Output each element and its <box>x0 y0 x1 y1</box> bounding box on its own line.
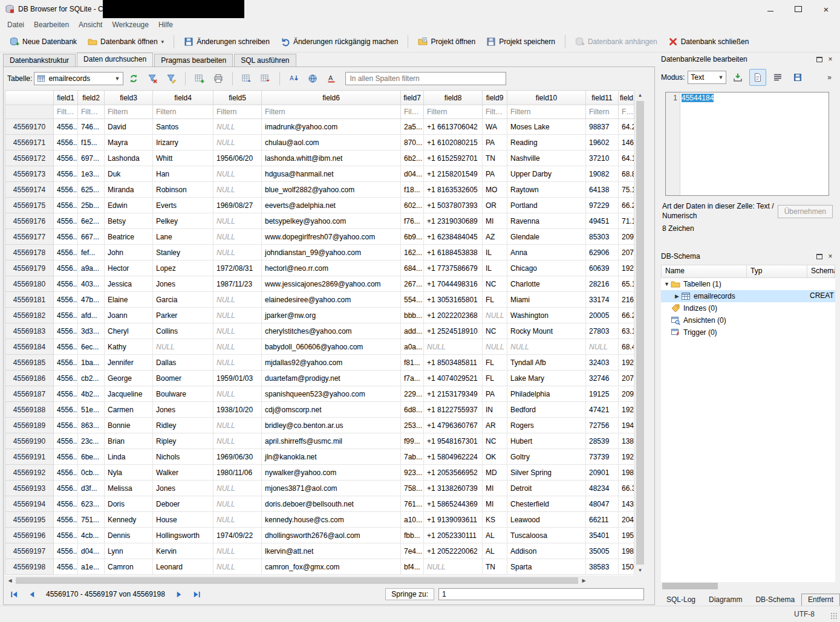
column-header-field7[interactable]: field7 <box>401 91 424 105</box>
grid-cell[interactable]: Edwin <box>105 198 153 213</box>
attach-database-button[interactable]: Datenbank anhängen <box>570 34 662 50</box>
grid-cell[interactable]: Jessica <box>105 276 153 292</box>
tab-datenbankstruktur[interactable]: Datenbankstruktur <box>3 54 76 66</box>
grid-cell[interactable]: 4556... <box>54 135 78 151</box>
grid-cell[interactable]: 4556... <box>54 339 78 355</box>
revert-changes-button[interactable]: Änderungen rückgängig machen <box>276 34 403 50</box>
grid-cell[interactable]: chulau@aol.com <box>262 135 401 151</box>
grid-cell[interactable]: duartefam@prodigy.net <box>262 371 401 386</box>
grid-cell[interactable]: Robinson <box>153 182 213 198</box>
grid-cell[interactable]: NULL <box>507 339 586 355</box>
grid-cell[interactable]: IL <box>483 261 507 276</box>
row-header[interactable]: 45569184 <box>5 339 54 355</box>
open-project-button[interactable]: Projekt öffnen <box>413 34 480 50</box>
scrollbar-thumb[interactable] <box>16 577 578 584</box>
grid-cell[interactable]: +1 2158201549 <box>424 166 483 182</box>
grid-corner[interactable] <box>5 91 54 105</box>
grid-cell[interactable]: MO <box>483 182 507 198</box>
grid-cell[interactable]: +1 2524518910 <box>424 323 483 339</box>
grid-cell[interactable]: Jones <box>153 481 213 496</box>
grid-cell[interactable]: 47b... <box>78 292 105 308</box>
grid-cell[interactable]: NULL <box>213 496 262 512</box>
grid-cell[interactable]: bridley@co.benton.ar.us <box>262 418 401 433</box>
grid-cell[interactable]: 64.1 <box>619 151 634 166</box>
grid-cell[interactable]: 0cb... <box>78 465 105 481</box>
dock-tab-entfernt[interactable]: Entfernt <box>801 594 840 606</box>
grid-cell[interactable]: Lynn <box>105 543 153 559</box>
grid-cell[interactable]: Hector <box>105 261 153 276</box>
next-record-button[interactable] <box>172 587 187 601</box>
grid-cell[interactable]: 66.2 <box>619 198 634 213</box>
row-header[interactable]: 45569185 <box>5 355 54 371</box>
grid-cell[interactable]: NULL <box>213 135 262 151</box>
grid-cell[interactable]: 66.3 <box>619 481 634 496</box>
grid-cell[interactable]: 150. <box>619 559 634 575</box>
column-header-field9[interactable]: field9 <box>483 91 507 105</box>
grid-cell[interactable]: PA <box>483 166 507 182</box>
grid-cell[interactable]: Garcia <box>153 292 213 308</box>
grid-cell[interactable]: FL <box>483 371 507 386</box>
grid-cell[interactable]: Collins <box>153 323 213 339</box>
print-button[interactable] <box>210 70 227 87</box>
dock-close-button[interactable]: × <box>825 54 836 64</box>
mode-select[interactable]: Text ▼ <box>688 71 726 84</box>
grid-cell[interactable]: Everts <box>153 198 213 213</box>
grid-cell[interactable]: Lopez <box>153 261 213 276</box>
grid-cell[interactable]: 751... <box>78 512 105 528</box>
grid-cell[interactable]: d04... <box>78 543 105 559</box>
grid-cell[interactable]: Tuscaloosa <box>507 528 586 543</box>
edit-text-button[interactable]: A <box>323 70 340 87</box>
filter-input-field3[interactable]: Filtern <box>105 105 153 119</box>
grid-cell[interactable]: kennedy.house@cs.com <box>262 512 401 528</box>
grid-cell[interactable]: 64.2 <box>619 119 634 135</box>
filter-input-field7[interactable]: Filtern <box>401 105 424 119</box>
grid-cell[interactable]: TN <box>483 559 507 575</box>
refresh-button[interactable] <box>125 70 142 87</box>
tree-item-ansichten[interactable]: Ansichten (0) <box>661 314 835 326</box>
grid-cell[interactable]: 66211 <box>586 512 619 528</box>
grid-cell[interactable]: hdgusa@hanmail.net <box>262 166 401 182</box>
grid-cell[interactable]: Ridley <box>153 418 213 433</box>
grid-cell[interactable]: 72756 <box>586 418 619 433</box>
grid-cell[interactable]: Chesterfield <box>507 496 586 512</box>
cell-editor[interactable]: 1 45544184 <box>665 92 829 196</box>
grid-cell[interactable]: 4556... <box>54 543 78 559</box>
grid-cell[interactable]: 97229 <box>586 198 619 213</box>
grid-cell[interactable]: fbb... <box>401 528 424 543</box>
grid-cell[interactable]: AL <box>483 528 507 543</box>
tree-item-emailrecords[interactable]: ▶ emailrecords CREAT <box>661 290 835 302</box>
grid-cell[interactable]: dhollingsworth2676@aol.com <box>262 528 401 543</box>
grid-cell[interactable]: 1974/09/22 <box>213 528 262 543</box>
grid-cell[interactable]: Deboer <box>153 496 213 512</box>
grid-cell[interactable]: 4556... <box>54 308 78 323</box>
row-header[interactable]: 45569181 <box>5 292 54 308</box>
grid-cell[interactable]: +1 2052330111 <box>424 528 483 543</box>
grid-cell[interactable]: f81... <box>401 355 424 371</box>
resize-grip-icon[interactable] <box>830 612 838 620</box>
grid-cell[interactable]: 198. <box>619 543 634 559</box>
grid-cell[interactable]: april.shirreffs@usmc.mil <box>262 433 401 449</box>
grid-cell[interactable]: 6e2... <box>78 213 105 229</box>
grid-cell[interactable]: Walker <box>153 465 213 481</box>
grid-cell[interactable]: KS <box>483 512 507 528</box>
grid-cell[interactable]: Brian <box>105 433 153 449</box>
import-records-button[interactable] <box>257 70 274 87</box>
grid-cell[interactable]: f7a... <box>401 371 424 386</box>
grid-cell[interactable]: 1e3... <box>78 166 105 182</box>
scroll-right-icon[interactable]: ▶ <box>579 576 589 585</box>
grid-cell[interactable]: 32746 <box>586 371 619 386</box>
row-header[interactable]: 45569180 <box>5 276 54 292</box>
grid-cell[interactable]: 49451 <box>586 213 619 229</box>
grid-cell[interactable]: 162... <box>401 245 424 261</box>
grid-cell[interactable]: 65.1 <box>619 276 634 292</box>
row-header[interactable]: 45569190 <box>5 433 54 449</box>
dock-tab-diagramm[interactable]: Diagramm <box>702 594 749 606</box>
grid-cell[interactable]: +1 2022202368 <box>424 308 483 323</box>
vertical-scrollbar[interactable]: ▲ ▼ <box>635 90 645 575</box>
grid-cell[interactable]: 35401 <box>586 528 619 543</box>
grid-cell[interactable]: f76... <box>401 213 424 229</box>
grid-cell[interactable]: George <box>105 371 153 386</box>
row-header[interactable]: 45569191 <box>5 449 54 465</box>
grid-cell[interactable]: 68.8 <box>619 166 634 182</box>
grid-cell[interactable]: MI <box>483 496 507 512</box>
